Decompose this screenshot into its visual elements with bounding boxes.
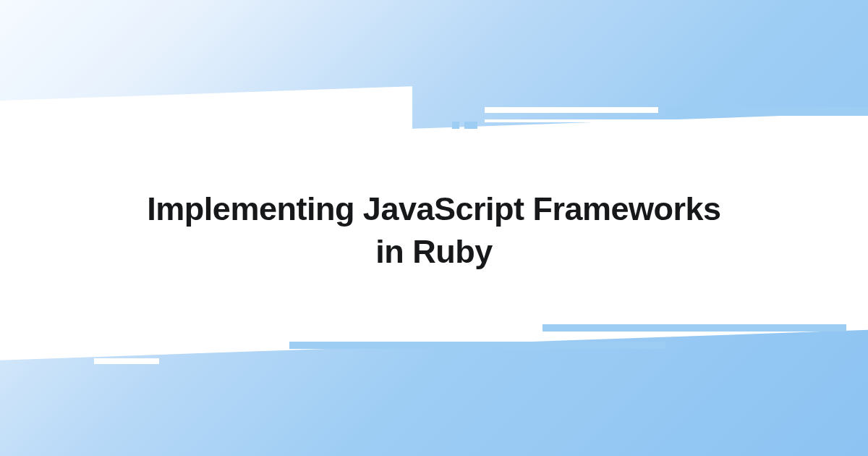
decorative-bar bbox=[289, 342, 665, 349]
title-line-2: in Ruby bbox=[375, 233, 493, 270]
page-title: Implementing JavaScript Frameworks in Ru… bbox=[0, 188, 868, 273]
decorative-bar bbox=[665, 107, 868, 116]
title-container: Implementing JavaScript Frameworks in Ru… bbox=[0, 188, 868, 273]
decorative-bar bbox=[542, 324, 846, 332]
decorative-bar bbox=[94, 358, 159, 364]
decorative-dot bbox=[464, 122, 477, 129]
decorative-dot bbox=[452, 122, 459, 129]
decorative-line bbox=[485, 119, 868, 122]
title-line-1: Implementing JavaScript Frameworks bbox=[147, 190, 720, 227]
decorative-bar bbox=[485, 107, 658, 113]
